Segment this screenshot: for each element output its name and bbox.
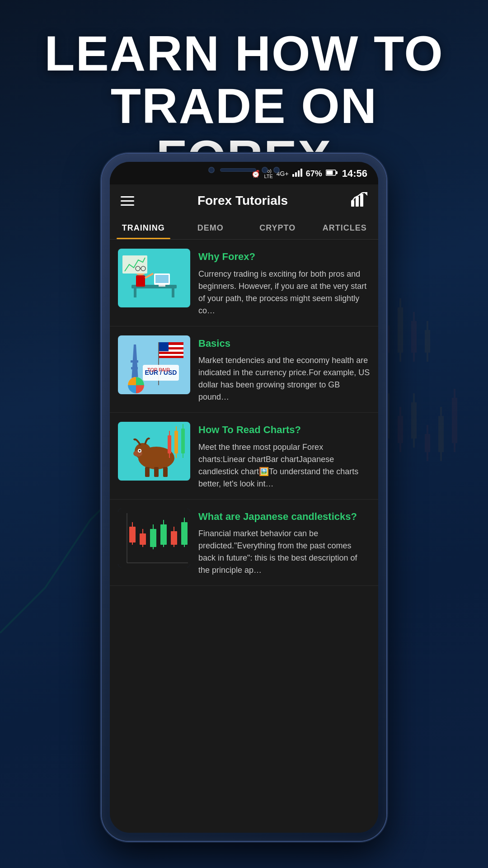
app-title: Forex Tutorials bbox=[197, 193, 288, 208]
svg-rect-25 bbox=[295, 172, 297, 177]
menu-line-2 bbox=[121, 200, 134, 202]
article-item-3[interactable]: How To Read Charts? Meet the three most … bbox=[110, 413, 378, 500]
article-title-1: Why Forex? bbox=[198, 250, 370, 264]
article-thumb-2: EUR / USD TOP PAIR bbox=[118, 335, 190, 394]
phone-device: ⏰ Vo) LTE 4G+ 67% bbox=[102, 154, 386, 841]
svg-rect-37 bbox=[134, 288, 136, 297]
svg-rect-68 bbox=[154, 467, 159, 477]
svg-rect-29 bbox=[336, 171, 338, 174]
svg-rect-22 bbox=[452, 398, 457, 443]
svg-rect-67 bbox=[145, 467, 150, 477]
article-item-2[interactable]: EUR / USD TOP PAIR Basics Market tend bbox=[110, 326, 378, 413]
svg-rect-52 bbox=[131, 367, 138, 369]
svg-rect-24 bbox=[292, 174, 294, 177]
svg-rect-6 bbox=[411, 321, 417, 353]
svg-rect-38 bbox=[172, 288, 174, 297]
svg-rect-43 bbox=[136, 275, 145, 287]
tab-training[interactable]: TRAINING bbox=[110, 217, 177, 239]
article-thumb-4 bbox=[118, 509, 190, 567]
article-text-1: Why Forex? Currency trading is exciting … bbox=[198, 249, 370, 317]
svg-rect-14 bbox=[398, 416, 403, 443]
article-title-2: Basics bbox=[198, 337, 370, 350]
svg-rect-73 bbox=[176, 426, 177, 458]
article-excerpt-4: Financial market behavior can be predict… bbox=[198, 528, 370, 576]
article-text-4: What are Japanese candlesticks? Financia… bbox=[198, 509, 370, 577]
svg-rect-30 bbox=[326, 171, 333, 175]
phone-outer-frame: ⏰ Vo) LTE 4G+ 67% bbox=[102, 154, 386, 841]
article-text-2: Basics Market tendencies and the economy… bbox=[198, 335, 370, 404]
svg-rect-56 bbox=[159, 354, 183, 356]
front-camera bbox=[262, 167, 268, 173]
speaker-sensor bbox=[220, 168, 256, 172]
svg-rect-41 bbox=[159, 285, 165, 287]
svg-rect-75 bbox=[183, 424, 183, 458]
svg-rect-69 bbox=[163, 467, 168, 477]
tab-articles[interactable]: ARTICLES bbox=[311, 217, 379, 239]
svg-rect-33 bbox=[360, 194, 363, 207]
svg-rect-5 bbox=[399, 298, 401, 362]
app-header: Forex Tutorials bbox=[110, 184, 378, 217]
article-item-4[interactable]: What are Japanese candlesticks? Financia… bbox=[110, 500, 378, 586]
svg-rect-26 bbox=[298, 170, 300, 177]
article-excerpt-3: Meet the three most popular Forex charts… bbox=[198, 441, 370, 490]
svg-rect-8 bbox=[425, 330, 430, 353]
svg-rect-51 bbox=[131, 360, 138, 363]
phone-sensors bbox=[199, 164, 289, 176]
svg-rect-16 bbox=[411, 402, 417, 439]
phone-screen: ⏰ Vo) LTE 4G+ 67% bbox=[110, 162, 378, 833]
svg-rect-15 bbox=[399, 407, 401, 452]
tab-crypto[interactable]: CRYPTO bbox=[244, 217, 311, 239]
tab-bar: TRAINING DEMO CRYPTO ARTICLES bbox=[110, 217, 378, 240]
svg-rect-19 bbox=[427, 425, 428, 461]
svg-rect-18 bbox=[425, 434, 430, 452]
article-thumb-1 bbox=[118, 249, 190, 307]
camera-sensor bbox=[208, 167, 215, 173]
svg-text:TOP PAIR: TOP PAIR bbox=[147, 367, 170, 373]
article-excerpt-2: Market tendencies and the economy health… bbox=[198, 354, 370, 403]
proximity-sensor bbox=[273, 167, 280, 173]
article-thumb-3 bbox=[118, 422, 190, 481]
status-time: 14:56 bbox=[342, 168, 367, 179]
battery-icon bbox=[326, 169, 338, 178]
svg-rect-31 bbox=[351, 200, 354, 207]
article-title-3: How To Read Charts? bbox=[198, 424, 370, 437]
menu-line-3 bbox=[121, 204, 134, 206]
article-text-3: How To Read Charts? Meet the three most … bbox=[198, 422, 370, 490]
svg-rect-71 bbox=[169, 431, 170, 458]
svg-point-77 bbox=[139, 450, 141, 452]
menu-button[interactable] bbox=[121, 196, 134, 206]
svg-rect-17 bbox=[413, 393, 415, 448]
svg-rect-9 bbox=[427, 321, 428, 362]
article-excerpt-1: Currency trading is exciting for both pr… bbox=[198, 268, 370, 317]
battery-percent: 67% bbox=[306, 169, 322, 179]
svg-rect-20 bbox=[438, 416, 444, 452]
svg-marker-34 bbox=[364, 192, 367, 196]
tab-demo[interactable]: DEMO bbox=[177, 217, 244, 239]
article-item-1[interactable]: Why Forex? Currency trading is exciting … bbox=[110, 240, 378, 326]
svg-rect-40 bbox=[155, 275, 169, 283]
svg-rect-23 bbox=[454, 389, 455, 452]
svg-rect-27 bbox=[300, 169, 302, 177]
svg-rect-4 bbox=[398, 307, 403, 353]
svg-rect-21 bbox=[440, 407, 442, 461]
signal-bars-icon bbox=[292, 169, 302, 179]
svg-rect-57 bbox=[159, 342, 169, 351]
svg-rect-32 bbox=[356, 197, 359, 207]
stats-icon[interactable] bbox=[351, 192, 367, 210]
content-area: Why Forex? Currency trading is exciting … bbox=[110, 240, 378, 833]
article-title-4: What are Japanese candlesticks? bbox=[198, 510, 370, 524]
svg-rect-7 bbox=[413, 312, 415, 362]
hero-title-line1: LEARN HOW TO bbox=[44, 25, 444, 81]
menu-line-1 bbox=[121, 196, 134, 198]
